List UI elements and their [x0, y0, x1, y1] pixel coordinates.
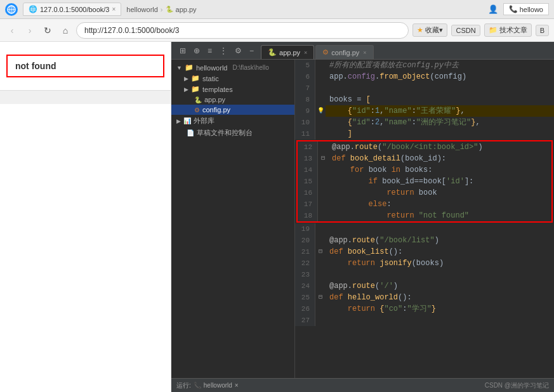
tab-app-py[interactable]: 🐍 app.py × — [261, 45, 314, 59]
line-num-6: 6 — [295, 71, 315, 82]
code-line-14: 14 for book in books: — [298, 164, 551, 176]
line-gutter-5 — [315, 60, 326, 71]
tech-bookmark[interactable]: 📁 技术文章 — [484, 23, 532, 37]
tab-config-py[interactable]: ⚙ config.py × — [315, 45, 373, 59]
line-num-23: 23 — [295, 269, 315, 280]
line-num-9: 9 — [295, 105, 315, 117]
chevron-right-icon-static: ▶ — [184, 75, 188, 82]
draft-icon: 📄 — [187, 129, 194, 136]
line-gutter-12 — [318, 141, 328, 153]
code-line-16: 16 return book — [298, 187, 551, 199]
not-found-box: not found — [6, 55, 164, 77]
back-button[interactable]: ‹ — [5, 23, 19, 37]
code-line-12: 12 @app.route("/book/<int:book_id>") — [298, 141, 551, 153]
line-gutter-10 — [315, 117, 326, 128]
forward-button[interactable]: › — [23, 23, 37, 37]
line-gutter-15 — [318, 176, 328, 187]
code-line-13: 13 ⊟ def book_detail(book_id): — [298, 153, 551, 164]
breadcrumb-file: app.py — [176, 6, 197, 13]
line-num-8: 8 — [295, 94, 315, 105]
home-button[interactable]: ⌂ — [58, 23, 72, 37]
user-icon[interactable]: 👤 — [488, 4, 498, 14]
line-gutter-26 — [315, 303, 326, 315]
line-gutter-8 — [315, 94, 326, 105]
breadcrumb-file-icon: 🐍 — [166, 6, 173, 13]
app-py-icon: 🐍 — [194, 96, 202, 103]
tree-item-label-static: static — [202, 75, 219, 82]
status-run-label: 运行: — [176, 381, 191, 390]
tree-item-app-py[interactable]: 🐍 app.py — [171, 95, 294, 105]
project-folder-icon: 📁 — [185, 63, 194, 72]
tree-tool-align[interactable]: ≡ — [206, 46, 214, 56]
line-code-12: @app.route("/book/<int:book_id>") — [328, 141, 551, 153]
tree-tool-minimize[interactable]: − — [247, 46, 256, 56]
tree-item-templates[interactable]: ▶ 📁 templates — [171, 84, 294, 95]
tree-tool-add[interactable]: ⊕ — [192, 46, 202, 56]
tree-item-label-external: 外部库 — [194, 116, 214, 126]
status-run-name: helloworld — [204, 382, 232, 389]
line-gutter-25: ⊟ — [315, 292, 326, 303]
line-num-17: 17 — [298, 199, 318, 210]
line-gutter-9: 💡 — [315, 105, 326, 117]
code-line-5: 5 #所有的配置项都放在config.py中去 — [295, 60, 554, 71]
line-num-16: 16 — [298, 187, 318, 199]
line-code-9: {"id":1,"name":"王者荣耀"}, — [326, 105, 554, 117]
hello-tab[interactable]: 📞 hellowo — [503, 3, 549, 15]
tree-tool-settings[interactable]: ⚙ — [233, 46, 244, 56]
code-line-19: 19 — [295, 223, 554, 235]
code-editor[interactable]: 5 #所有的配置项都放在config.py中去 6 app.config.fro… — [295, 60, 554, 378]
red-border-section: 12 @app.route("/book/<int:book_id>") 13 … — [296, 140, 553, 223]
b-bookmark[interactable]: B — [536, 25, 549, 36]
code-line-10: 10 {"id":2,"name":"洲的学习笔记"}, — [295, 117, 554, 128]
tree-item-external[interactable]: ▶ 📊 外部库 — [171, 115, 294, 127]
tree-item-label-templates: templates — [202, 86, 233, 93]
line-code-7 — [326, 82, 554, 94]
tech-label: 技术文章 — [499, 25, 527, 35]
address-bar-row: ‹ › ↻ ⌂ ★ 收藏▾ CSDN 📁 技术文章 B — [0, 19, 554, 42]
tree-item-static[interactable]: ▶ 📁 static — [171, 73, 294, 84]
line-gutter-21: ⊟ — [315, 246, 326, 258]
file-tree: ▼ 📁 helloworld D:\flask\hello ▶ 📁 static… — [171, 60, 295, 378]
line-num-14: 14 — [298, 164, 318, 176]
line-gutter-27 — [315, 315, 326, 326]
tree-item-draft[interactable]: 📄 草稿文件和控制台 — [171, 127, 294, 139]
tab-config-py-close[interactable]: × — [363, 49, 366, 56]
header-right: 👤 📞 hellowo — [488, 3, 549, 15]
line-code-18: return "not found" — [328, 210, 551, 221]
breadcrumb-project: helloworld — [126, 6, 158, 13]
favorites-button[interactable]: ★ 收藏▾ — [412, 23, 447, 37]
code-line-25: 25 ⊟ def hello_world(): — [295, 292, 554, 303]
star-icon: ★ — [417, 26, 423, 34]
tree-tool-layout[interactable]: ⊞ — [178, 46, 188, 56]
tab-app-py-close[interactable]: × — [304, 49, 307, 56]
refresh-button[interactable]: ↻ — [41, 23, 55, 37]
line-gutter-23 — [315, 269, 326, 280]
b-label: B — [540, 27, 544, 34]
address-input[interactable] — [76, 22, 409, 39]
line-num-11: 11 — [295, 128, 315, 140]
line-gutter-24 — [315, 280, 326, 292]
tree-item-label-draft: 草稿文件和控制台 — [197, 128, 253, 138]
tree-item-label-app-py: app.py — [204, 96, 225, 103]
line-code-24: @app.route('/') — [326, 280, 554, 292]
line-gutter-14 — [318, 164, 328, 176]
status-run: 运行: 📞 helloworld × — [176, 381, 239, 390]
line-code-21: def book_list(): — [326, 246, 554, 258]
tree-item-helloworld[interactable]: ▼ 📁 helloworld D:\flask\hello — [171, 62, 294, 73]
csdn-bookmark[interactable]: CSDN — [451, 25, 480, 36]
tree-item-config-py[interactable]: ⚙ config.py — [171, 105, 294, 115]
browser-content: not found — [0, 42, 171, 392]
chevron-down-icon: ▼ — [176, 65, 182, 71]
line-num-26: 26 — [295, 303, 315, 315]
line-code-15: if book_id==book['id']: — [328, 176, 551, 187]
code-line-21: 21 ⊟ def book_list(): — [295, 246, 554, 258]
pycharm-tabs: ⊞ ⊕ ≡ ⋮ ⚙ − 🐍 app.py × ⚙ config.py × — [171, 42, 554, 60]
tree-item-label-helloworld: helloworld — [196, 64, 228, 72]
browser-tab[interactable]: 🌐 127.0.0.1:5000/book/3 × — [23, 3, 121, 16]
tree-tool-align2[interactable]: ⋮ — [218, 46, 229, 56]
status-run-close[interactable]: × — [235, 382, 239, 389]
browser-tab-close[interactable]: × — [112, 6, 115, 13]
line-gutter-11 — [315, 128, 326, 140]
static-folder-icon: 📁 — [191, 74, 200, 82]
browser-tab-title: 127.0.0.1:5000/book/3 — [40, 6, 109, 13]
